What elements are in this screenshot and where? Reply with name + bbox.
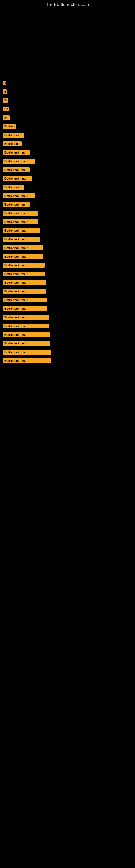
empty-bar	[3, 71, 5, 77]
bar-label: Bottleneck result	[3, 315, 49, 320]
bar-label: Bottleneck result	[3, 323, 49, 329]
bar-row: Bottleneck result	[3, 322, 135, 330]
empty-bar	[3, 19, 5, 25]
bar-row	[3, 36, 135, 43]
bar-row: Bottleneck result	[3, 244, 135, 252]
bar-label: Bottleneck result	[3, 332, 50, 337]
bar-label: Bottleneck result	[3, 306, 47, 311]
bar-row: Bottleneck result	[3, 287, 135, 295]
bar-label: Bottleneck result	[3, 350, 51, 354]
bar-row: Bottleneck result	[3, 227, 135, 235]
empty-bar	[3, 45, 4, 51]
bar-label: Bottleneck result	[3, 263, 45, 268]
bar-label: Bottlen	[3, 124, 16, 129]
bar-label: Bottleneck result	[3, 237, 41, 242]
bar-label: Bottleneck res	[3, 150, 30, 155]
bar-label: Bottleneck res	[3, 167, 30, 172]
bar-row: B	[3, 88, 135, 95]
bar-label: Bo	[3, 106, 9, 112]
bar-row: Bottleneck res	[3, 149, 135, 156]
bar-row: Bottleneck result	[3, 236, 135, 243]
bar-row	[3, 10, 135, 18]
bar-row: Bottleneck res	[3, 201, 135, 208]
bar-label: Bottleneck resu	[3, 176, 32, 181]
empty-bar	[3, 37, 5, 42]
bar-label: Bottleneck result	[3, 272, 45, 276]
empty-bar	[3, 10, 4, 17]
bar-row: Bottleneck result	[3, 253, 135, 260]
bar-row: Bottleneck result	[3, 305, 135, 312]
bar-row: Bottleneck result	[3, 261, 135, 269]
empty-bar	[3, 28, 4, 34]
bar-row: Bottleneck result	[3, 314, 135, 321]
page-container: TheBottlenecker.com sBBoBoBoBottlenBottl…	[0, 0, 135, 368]
bar-label: Bottleneck result	[3, 289, 46, 294]
bar-label: Bottleneck result	[3, 193, 35, 198]
bar-row: Bottleneck res	[3, 166, 135, 174]
bar-row: Bottleneck result	[3, 348, 135, 356]
bar-row: Bottleneck result	[3, 279, 135, 286]
bar-label: B	[3, 89, 7, 94]
bar-label: Bottleneck result	[3, 246, 43, 250]
bar-label: Bottleneck result	[3, 298, 47, 303]
bar-label: Bottleneck result	[3, 280, 46, 285]
bar-row	[3, 27, 135, 35]
bar-row: Bottlenec	[3, 140, 135, 148]
bar-row: Bottlen	[3, 123, 135, 130]
bar-row: Bottleneck r	[3, 183, 135, 191]
site-title: TheBottlenecker.com	[0, 0, 135, 7]
bar-label: Bottlenec	[3, 141, 21, 146]
bar-label: Bo	[3, 115, 10, 120]
bar-label: Bottleneck result	[3, 159, 35, 163]
bar-row: Bottleneck result	[3, 270, 135, 278]
bar-row: s	[3, 79, 135, 87]
bar-row	[3, 19, 135, 26]
bar-row	[3, 62, 135, 69]
bar-row	[3, 44, 135, 52]
bar-chart: sBBoBoBoBottlenBottleneck rBottlenecBott…	[0, 7, 135, 368]
bar-label: Bottleneck result	[3, 219, 38, 224]
bar-row: Bottleneck result	[3, 209, 135, 217]
bar-row: Bottleneck result	[3, 218, 135, 226]
bar-row	[3, 53, 135, 61]
bar-label: Bottleneck r	[3, 185, 24, 190]
bar-row: Bo	[3, 114, 135, 122]
bar-label: Bottleneck result	[3, 211, 38, 216]
bar-label: s	[3, 81, 6, 86]
bar-row: Bo	[3, 97, 135, 104]
bar-label: Bottleneck result	[3, 341, 50, 346]
bar-row: Bottleneck result	[3, 340, 135, 347]
bar-label: Bottleneck res	[3, 202, 30, 207]
bar-row: Bottleneck result	[3, 357, 135, 365]
bar-row: Bottleneck result	[3, 157, 135, 165]
bar-label: Bottleneck r	[3, 133, 24, 137]
bar-row: Bottleneck resu	[3, 175, 135, 182]
bar-row: Bottleneck result	[3, 296, 135, 304]
bar-row: Bottleneck r	[3, 131, 135, 139]
bar-label: Bottleneck result	[3, 228, 41, 233]
bar-row	[3, 70, 135, 78]
empty-bar	[3, 63, 4, 69]
empty-bar	[3, 54, 5, 60]
bar-row: Bo	[3, 105, 135, 113]
bar-row: Bottleneck result	[3, 192, 135, 199]
bar-label: Bottleneck result	[3, 358, 51, 363]
bar-row: Bottleneck result	[3, 331, 135, 339]
bar-label: Bottleneck result	[3, 254, 43, 259]
bar-label: Bo	[3, 98, 8, 103]
